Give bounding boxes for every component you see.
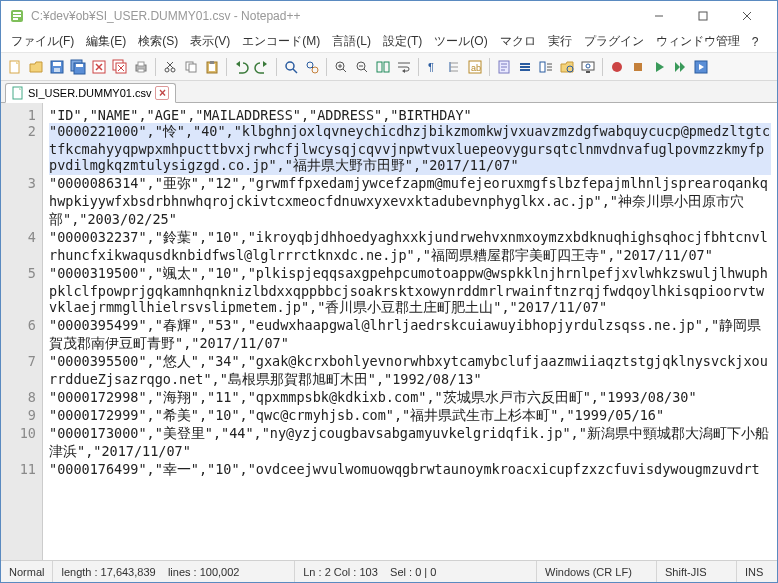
play-multi-icon[interactable] xyxy=(670,57,690,77)
close-file-icon[interactable] xyxy=(89,57,109,77)
svg-text:ab: ab xyxy=(471,63,481,73)
toolbar-separator xyxy=(602,58,603,76)
toolbar: ¶ ab xyxy=(1,53,777,81)
toolbar-separator xyxy=(418,58,419,76)
cut-icon[interactable] xyxy=(160,57,180,77)
svg-rect-25 xyxy=(138,69,144,72)
code-line[interactable]: "0000319500","颯太","10","plkispjeqqsaxgpe… xyxy=(49,265,771,317)
stop-macro-icon[interactable] xyxy=(628,57,648,77)
code-line[interactable]: "0000172998","海翔","11","qpxmmpsbk@kdkixb… xyxy=(49,389,771,407)
svg-marker-78 xyxy=(675,62,680,72)
menu-window[interactable]: ウィンドウ管理 xyxy=(652,31,744,52)
status-ovr[interactable]: INS xyxy=(737,561,777,582)
minimize-button[interactable] xyxy=(637,2,681,30)
status-ln-col: Ln : 2 Col : 103 xyxy=(303,566,378,578)
status-eol[interactable]: Windows (CR LF) xyxy=(537,561,657,582)
editor[interactable]: 1234567891011 "ID","NAME","AGE","MAILADD… xyxy=(1,103,777,560)
show-all-chars-icon[interactable]: ¶ xyxy=(423,57,443,77)
code-line[interactable]: "0000086314","亜弥","12","grwmffpxedamjywc… xyxy=(49,175,771,229)
svg-point-26 xyxy=(165,68,169,72)
maximize-button[interactable] xyxy=(681,2,725,30)
status-mode: Normal xyxy=(1,561,53,582)
zoom-out-icon[interactable] xyxy=(352,57,372,77)
code-line[interactable]: "0000032237","鈴葉","10","ikroyqbjdhhoedya… xyxy=(49,229,771,265)
menu-view[interactable]: 表示(V) xyxy=(186,31,234,52)
menu-plugins[interactable]: プラグイン xyxy=(580,31,648,52)
code-line[interactable]: "0000173000","美登里","44","ny@yzjcougbavsa… xyxy=(49,425,771,461)
svg-rect-12 xyxy=(54,68,60,72)
find-icon[interactable] xyxy=(281,57,301,77)
svg-point-27 xyxy=(171,68,175,72)
svg-line-41 xyxy=(312,67,313,68)
statusbar: Normal length : 17,643,839 lines : 100,0… xyxy=(1,560,777,582)
code-area[interactable]: "ID","NAME","AGE","MAILADDRESS","ADDRESS… xyxy=(43,103,777,560)
record-macro-icon[interactable] xyxy=(607,57,627,77)
doc-map-icon[interactable] xyxy=(494,57,514,77)
tabbar: SI_USER.DUMMY01.csv × xyxy=(1,81,777,103)
window-title: C:¥dev¥ob¥SI_USER.DUMMY01.csv - Notepad+… xyxy=(31,9,637,23)
lang-icon[interactable]: ab xyxy=(465,57,485,77)
sync-scroll-icon[interactable] xyxy=(373,57,393,77)
document-icon xyxy=(12,86,24,100)
code-line[interactable]: "0000221000","怜","40","klbghnjoxlqvneych… xyxy=(49,123,771,175)
svg-rect-15 xyxy=(76,64,83,67)
svg-rect-76 xyxy=(634,63,642,71)
code-line[interactable]: "0000395500","悠人","34","gxak@kcrxbohlyev… xyxy=(49,353,771,389)
save-macro-icon[interactable] xyxy=(691,57,711,77)
status-length-lines: length : 17,643,839 lines : 100,002 xyxy=(53,561,295,582)
menu-tools[interactable]: ツール(O) xyxy=(430,31,491,52)
svg-marker-77 xyxy=(656,62,664,72)
svg-line-45 xyxy=(343,69,346,72)
save-icon[interactable] xyxy=(47,57,67,77)
redo-icon[interactable] xyxy=(252,57,272,77)
svg-rect-72 xyxy=(582,62,594,70)
menu-search[interactable]: 検索(S) xyxy=(134,31,182,52)
app-icon xyxy=(9,8,25,24)
code-line[interactable]: "0000395499","春輝","53","eudwxhaapgwal@lh… xyxy=(49,317,771,353)
line-number: 6 xyxy=(3,317,36,353)
print-icon[interactable] xyxy=(131,57,151,77)
tab-close-icon[interactable]: × xyxy=(155,86,169,100)
close-button[interactable] xyxy=(725,2,769,30)
line-number: 11 xyxy=(3,461,36,479)
status-lines: lines : 100,002 xyxy=(168,566,240,578)
menu-language[interactable]: 言語(L) xyxy=(328,31,375,52)
menu-help[interactable]: ? xyxy=(748,33,763,51)
open-file-icon[interactable] xyxy=(26,57,46,77)
paste-icon[interactable] xyxy=(202,57,222,77)
toolbar-separator xyxy=(489,58,490,76)
wrap-icon[interactable] xyxy=(394,57,414,77)
menu-macro[interactable]: マクロ xyxy=(496,31,540,52)
svg-marker-52 xyxy=(402,69,405,73)
svg-line-48 xyxy=(364,69,367,72)
menu-run[interactable]: 実行 xyxy=(544,31,576,52)
close-all-icon[interactable] xyxy=(110,57,130,77)
toolbar-separator xyxy=(155,58,156,76)
doc-list-icon[interactable] xyxy=(515,57,535,77)
copy-icon[interactable] xyxy=(181,57,201,77)
undo-icon[interactable] xyxy=(231,57,251,77)
indent-guide-icon[interactable] xyxy=(444,57,464,77)
svg-rect-50 xyxy=(384,62,389,72)
menu-edit[interactable]: 編集(E) xyxy=(82,31,130,52)
svg-marker-36 xyxy=(263,61,267,67)
tab-file[interactable]: SI_USER.DUMMY01.csv × xyxy=(5,83,176,103)
menu-encoding[interactable]: エンコード(M) xyxy=(238,31,324,52)
replace-icon[interactable] xyxy=(302,57,322,77)
menu-file[interactable]: ファイル(F) xyxy=(7,31,78,52)
code-line[interactable]: "ID","NAME","AGE","MAILADDRESS","ADDRESS… xyxy=(49,107,771,123)
new-file-icon[interactable] xyxy=(5,57,25,77)
toolbar-separator xyxy=(276,58,277,76)
zoom-in-icon[interactable] xyxy=(331,57,351,77)
svg-rect-24 xyxy=(138,62,144,66)
play-macro-icon[interactable] xyxy=(649,57,669,77)
save-all-icon[interactable] xyxy=(68,57,88,77)
function-list-icon[interactable] xyxy=(536,57,556,77)
status-encoding[interactable]: Shift-JIS xyxy=(657,561,737,582)
folder-workspace-icon[interactable] xyxy=(557,57,577,77)
menu-settings[interactable]: 設定(T) xyxy=(379,31,426,52)
monitor-icon[interactable] xyxy=(578,57,598,77)
code-line[interactable]: "0000172999","希美","10","qwc@crmyhjsb.com… xyxy=(49,407,771,425)
line-number: 4 xyxy=(3,229,36,265)
code-line[interactable]: "0000176499","幸一","10","ovdceejwvulwomuo… xyxy=(49,461,771,479)
